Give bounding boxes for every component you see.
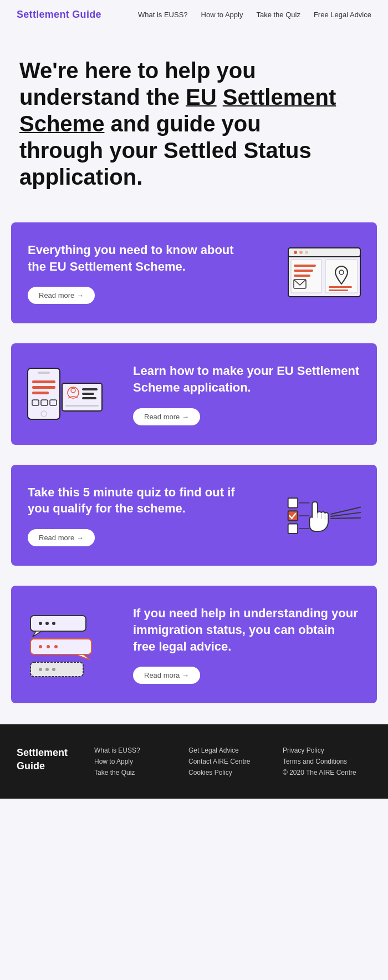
footer-quiz[interactable]: Take the Quiz (94, 769, 166, 776)
card-legal-heading: If you need help in understanding your i… (133, 605, 360, 654)
nav-euss[interactable]: What is EUSS? (138, 11, 188, 19)
svg-point-50 (52, 668, 55, 671)
svg-rect-30 (288, 498, 298, 507)
svg-rect-17 (32, 386, 55, 389)
footer-col-3: Privacy Policy Terms and Conditions © 20… (283, 747, 356, 776)
svg-rect-6 (294, 265, 316, 267)
card-apply: Learn how to make your EU Settlement Sch… (11, 343, 377, 444)
card-legal-illustration (11, 600, 116, 689)
svg-point-42 (52, 622, 55, 625)
svg-rect-32 (288, 524, 298, 533)
svg-point-44 (39, 645, 42, 648)
footer-legal[interactable]: Get Legal Advice (188, 747, 261, 754)
card-section-3: Take this 5 minute quiz to find out if y… (0, 455, 388, 576)
card-quiz-text: Take this 5 minute quiz to find out if y… (11, 465, 272, 566)
footer-logo: Settlement Guide (17, 747, 72, 773)
card-quiz-illustration (272, 476, 377, 554)
navbar: Settlement Guide What is EUSS? How to Ap… (0, 0, 388, 29)
svg-point-4 (305, 251, 308, 254)
footer-contact[interactable]: Contact AIRE Centre (188, 758, 261, 765)
footer-cookies[interactable]: Cookies Policy (188, 769, 261, 776)
nav-apply[interactable]: How to Apply (201, 11, 243, 19)
card-section-4: If you need help in understanding your i… (0, 576, 388, 713)
footer-terms[interactable]: Terms and Conditions (283, 758, 356, 765)
nav-links: What is EUSS? How to Apply Take the Quiz… (138, 11, 371, 19)
card-legal: If you need help in understanding your i… (11, 586, 377, 703)
footer-privacy[interactable]: Privacy Policy (283, 747, 356, 754)
card-euss-heading: Everything you need to know about the EU… (28, 242, 255, 275)
card-legal-text: If you need help in understanding your i… (116, 586, 377, 703)
svg-rect-47 (30, 662, 83, 677)
hero-section: We're here to help you understand the EU… (0, 29, 388, 212)
svg-rect-13 (329, 290, 348, 291)
footer-col-2: Get Legal Advice Contact AIRE Centre Coo… (188, 747, 261, 776)
card-section-2: Learn how to make your EU Settlement Sch… (0, 333, 388, 454)
svg-rect-27 (82, 393, 94, 395)
footer-apply[interactable]: How to Apply (94, 758, 166, 765)
svg-point-49 (45, 668, 49, 671)
svg-rect-8 (294, 275, 310, 277)
card-apply-text: Learn how to make your EU Settlement Sch… (116, 343, 377, 444)
hero-heading: We're here to help you understand the EU… (19, 57, 369, 190)
footer-col-1: What is EUSS? How to Apply Take the Quiz (94, 747, 166, 776)
card-legal-btn[interactable]: Read mora → (133, 667, 200, 684)
card-quiz-btn[interactable]: Read more → (28, 529, 95, 546)
footer-copyright: © 2020 The AIRE Centre (283, 769, 356, 776)
svg-rect-29 (65, 405, 99, 407)
svg-point-3 (299, 251, 303, 254)
footer-euss[interactable]: What is EUSS? (94, 747, 166, 754)
svg-point-2 (294, 251, 297, 254)
svg-point-48 (39, 668, 42, 671)
svg-rect-7 (294, 270, 313, 272)
nav-legal[interactable]: Free Legal Advice (314, 11, 371, 19)
svg-point-40 (39, 622, 42, 625)
svg-rect-12 (329, 286, 352, 288)
svg-rect-23 (62, 383, 102, 411)
svg-rect-15 (38, 372, 50, 374)
svg-point-41 (45, 622, 49, 625)
card-apply-btn[interactable]: Read more → (133, 408, 200, 425)
card-euss-text: Everything you need to know about the EU… (11, 222, 272, 323)
card-section-1: Everything you need to know about the EU… (0, 212, 388, 333)
svg-rect-16 (32, 380, 55, 383)
svg-rect-1 (288, 248, 360, 257)
card-apply-heading: Learn how to make your EU Settlement Sch… (133, 363, 360, 395)
card-apply-illustration (11, 353, 116, 436)
footer: Settlement Guide What is EUSS? How to Ap… (0, 724, 388, 799)
svg-point-46 (54, 645, 58, 648)
nav-quiz[interactable]: Take the Quiz (256, 11, 300, 19)
card-quiz-heading: Take this 5 minute quiz to find out if y… (28, 484, 255, 517)
card-quiz: Take this 5 minute quiz to find out if y… (11, 465, 377, 566)
nav-logo: Settlement Guide (17, 9, 101, 21)
svg-rect-18 (32, 392, 49, 394)
svg-point-45 (47, 645, 50, 648)
card-euss-illustration (272, 234, 377, 312)
card-euss: Everything you need to know about the EU… (11, 222, 377, 323)
card-euss-btn[interactable]: Read more → (28, 287, 95, 304)
svg-rect-26 (82, 388, 98, 390)
footer-inner: Settlement Guide What is EUSS? How to Ap… (17, 747, 371, 776)
svg-rect-28 (82, 397, 96, 399)
